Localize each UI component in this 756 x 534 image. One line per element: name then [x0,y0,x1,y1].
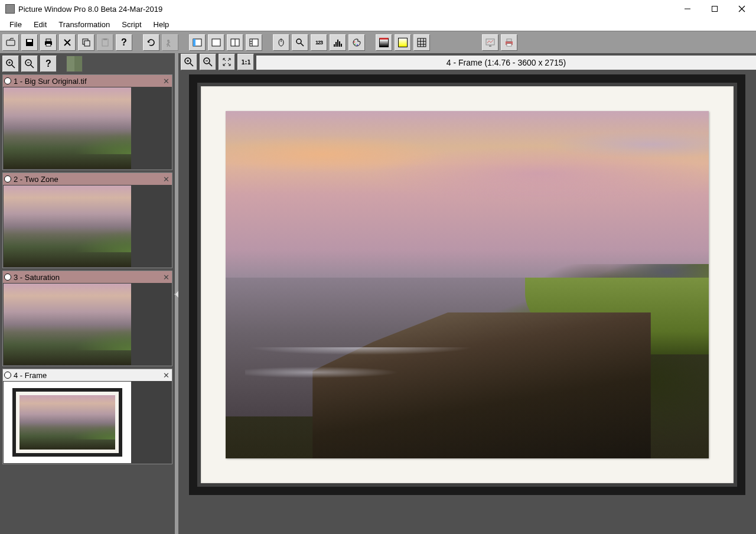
main-toolbar: 1:1 [178,53,256,71]
mouse-tool-button[interactable] [273,34,289,51]
paste-button[interactable] [97,34,113,51]
minimize-button[interactable] [674,0,701,18]
svg-point-16 [167,40,170,42]
frame-bevel [197,83,737,487]
canvas-area[interactable] [178,71,756,534]
layout-split-button[interactable] [227,34,243,51]
run-button[interactable] [162,34,178,51]
thumbnail-image[interactable] [4,185,131,267]
help-button[interactable]: ? [116,34,132,51]
thumbnail-image[interactable] [4,87,131,169]
print-button[interactable] [40,34,57,51]
main-panel: 1:1 4 - Frame (1:4.76 - 3600 x 2715) 24 [178,53,756,534]
radio-icon[interactable] [4,372,11,379]
sidebar: ? 1 - Big Sur Original.tif ✕ 2 - Two Zon… [0,53,175,534]
thumbnail-item[interactable]: 4 - Frame ✕ [2,369,172,464]
menu-transformation[interactable]: Transformation [53,19,116,30]
thumbnail-item[interactable]: 2 - Two Zone ✕ [2,172,172,268]
open-button[interactable] [2,34,19,51]
svg-line-53 [31,65,34,68]
window-title: Picture Window Pro 8.0 Beta 24-Mar-2019 [18,5,674,14]
svg-line-3 [739,6,745,12]
thumbnail-header: 4 - Frame ✕ [3,369,172,381]
svg-rect-8 [46,39,51,41]
copy-button[interactable] [78,34,94,51]
close-icon[interactable]: ✕ [161,370,171,380]
grid-button[interactable] [413,34,430,51]
svg-rect-38 [418,38,426,47]
svg-rect-18 [193,39,195,46]
thumbnail-header: 2 - Two Zone ✕ [3,173,172,185]
svg-point-35 [354,41,355,43]
svg-rect-46 [507,39,511,41]
svg-rect-32 [337,40,338,47]
menu-file[interactable]: File [4,19,28,30]
readout-button[interactable]: 123 [311,34,327,51]
menu-script[interactable]: Script [116,19,147,30]
radio-icon[interactable] [4,175,11,183]
gradient-gray-button[interactable] [376,34,392,51]
svg-line-2 [739,6,745,12]
thumbnail-image[interactable] [4,382,131,463]
svg-line-29 [301,43,304,46]
thumbnail-item[interactable]: 3 - Saturation ✕ [2,271,172,366]
save-button[interactable] [21,34,38,51]
maximize-button[interactable] [701,0,728,18]
sidebar-zoom-out-button[interactable] [21,56,38,72]
main-zoom-in-button[interactable] [181,54,197,70]
sidebar-zoom-in-button[interactable] [2,56,19,72]
svg-line-60 [209,63,212,66]
radio-icon[interactable] [4,77,11,84]
titlebar: Picture Window Pro 8.0 Beta 24-Mar-2019 [0,0,756,18]
radio-icon[interactable] [4,273,11,281]
gradient-color-button[interactable] [395,34,411,51]
svg-rect-13 [84,41,90,46]
printer-settings-button[interactable] [501,34,517,51]
close-icon[interactable]: ✕ [161,76,171,86]
palette-button[interactable] [348,34,365,51]
histogram-button[interactable] [330,34,346,51]
svg-point-36 [354,44,356,45]
layout-blank-button[interactable] [208,34,224,51]
monitor-settings-button[interactable] [482,34,498,51]
layout-left-button[interactable] [189,34,206,51]
main-zoom-out-button[interactable] [200,54,216,70]
svg-rect-31 [335,42,337,47]
refresh-button[interactable] [143,34,159,51]
sidebar-toolbar: ? [2,56,172,72]
zoom-tool-button[interactable] [292,34,308,51]
main-fit-button[interactable] [219,54,235,70]
svg-rect-34 [341,44,342,47]
close-icon[interactable]: ✕ [161,174,171,184]
main-tools-row: 1:1 4 - Frame (1:4.76 - 3600 x 2715) [178,53,756,71]
thumbnail-label: 3 - Saturation [14,273,159,282]
framed-photo [226,111,709,458]
frame-outer [189,74,745,495]
frame-mat [201,86,734,483]
menu-edit[interactable]: Edit [28,19,53,30]
thumbnail-header: 1 - Big Sur Original.tif ✕ [3,75,172,87]
svg-rect-47 [507,44,511,46]
sidebar-help-button[interactable]: ? [40,56,57,72]
main-toolbar: ? 123 [0,31,756,53]
menu-help[interactable]: Help [148,19,175,30]
thumbnail-label: 4 - Frame [14,371,159,380]
thumbnail-label: 1 - Big Sur Original.tif [14,77,159,86]
close-button[interactable] [728,0,755,18]
layout-list-button[interactable] [246,34,262,51]
close-icon[interactable]: ✕ [161,272,171,282]
svg-line-49 [12,65,15,68]
main-ratio-button[interactable]: 1:1 [237,54,254,70]
sidebar-color-swatch[interactable] [66,56,83,72]
delete-button[interactable] [59,34,76,51]
svg-rect-30 [334,44,335,47]
svg-point-37 [357,44,358,45]
workspace: ? 1 - Big Sur Original.tif ✕ 2 - Two Zon… [0,53,756,534]
thumbnail-image[interactable] [4,284,131,365]
app-icon [5,4,15,14]
thumbnail-item[interactable]: 1 - Big Sur Original.tif ✕ [2,74,172,170]
thumbnail-header: 3 - Saturation ✕ [3,271,172,283]
svg-rect-9 [46,44,51,46]
thumbnail-label: 2 - Two Zone [14,175,159,184]
svg-line-56 [190,63,193,66]
